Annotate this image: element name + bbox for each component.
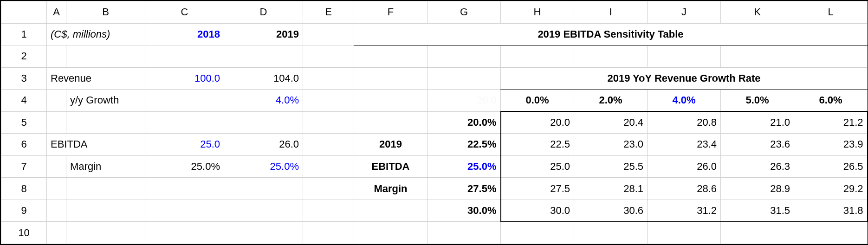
cell-d7[interactable]: 25.0% (224, 155, 303, 178)
cell-a9[interactable] (47, 200, 66, 222)
row-header-4[interactable]: 4 (1, 90, 47, 112)
cell-d3[interactable]: 104.0 (224, 67, 303, 90)
cell-c9[interactable] (145, 200, 224, 222)
col-header-f[interactable]: F (354, 1, 428, 24)
cell-h8[interactable]: 27.5 (501, 178, 574, 200)
row-header-5[interactable]: 5 (1, 111, 47, 134)
cell-g8[interactable]: 27.5% (428, 178, 501, 200)
col-header-a[interactable]: A (47, 1, 66, 24)
cell-l10[interactable] (794, 222, 868, 244)
cell-f6[interactable]: 2019 (354, 134, 428, 156)
cell-a1[interactable]: (C$, millions) (47, 23, 145, 45)
cell-g4[interactable]: 26.0 (428, 90, 501, 112)
cell-g5[interactable]: 20.0% (428, 111, 501, 134)
cell-h9[interactable]: 30.0 (501, 200, 574, 222)
row-header-1[interactable]: 1 (1, 23, 47, 45)
row-header-6[interactable]: 6 (1, 134, 47, 156)
cell-j9[interactable]: 31.2 (648, 200, 721, 222)
cell-c2[interactable] (145, 45, 224, 68)
cell-l9[interactable]: 31.8 (794, 200, 868, 222)
cell-d1[interactable]: 2019 (224, 23, 303, 45)
cell-d6[interactable]: 26.0 (224, 134, 303, 156)
col-header-e[interactable]: E (303, 1, 354, 24)
cell-e6[interactable] (303, 134, 354, 156)
cell-b10[interactable] (66, 222, 145, 244)
cell-j10[interactable] (648, 222, 721, 244)
cell-i2[interactable] (574, 45, 648, 68)
col-header-g[interactable]: G (428, 1, 501, 24)
cell-j8[interactable]: 28.6 (648, 178, 721, 200)
cell-d10[interactable] (224, 222, 303, 244)
cell-h4[interactable]: 0.0% (501, 90, 574, 112)
cell-a8[interactable] (47, 178, 66, 200)
row-header-10[interactable]: 10 (1, 222, 47, 244)
cell-f5[interactable] (354, 111, 428, 134)
cell-h5[interactable]: 20.0 (501, 111, 574, 134)
row-header-2[interactable]: 2 (1, 45, 47, 68)
cell-g10[interactable] (428, 222, 501, 244)
cell-h10[interactable] (501, 222, 574, 244)
cell-b8[interactable] (66, 178, 145, 200)
cell-d9[interactable] (224, 200, 303, 222)
sensitivity-title[interactable]: 2019 EBITDA Sensitivity Table (354, 23, 868, 45)
cell-g6[interactable]: 22.5% (428, 134, 501, 156)
cell-e5[interactable] (303, 111, 354, 134)
cell-f9[interactable] (354, 200, 428, 222)
row-header-8[interactable]: 8 (1, 178, 47, 200)
cell-i4[interactable]: 2.0% (574, 90, 648, 112)
cell-l7[interactable]: 26.5 (794, 155, 868, 178)
cell-a6[interactable]: EBITDA (47, 134, 145, 156)
cell-k6[interactable]: 23.6 (721, 134, 794, 156)
cell-c7[interactable]: 25.0% (145, 155, 224, 178)
cell-i9[interactable]: 30.6 (574, 200, 648, 222)
cell-a5[interactable] (47, 111, 66, 134)
cell-e4[interactable] (303, 90, 354, 112)
cell-k2[interactable] (721, 45, 794, 68)
row-header-7[interactable]: 7 (1, 155, 47, 178)
cell-k4[interactable]: 5.0% (721, 90, 794, 112)
col-header-i[interactable]: I (574, 1, 648, 24)
cell-a3[interactable]: Revenue (47, 67, 145, 90)
cell-d2[interactable] (224, 45, 303, 68)
col-header-l[interactable]: L (794, 1, 868, 24)
cell-k8[interactable]: 28.9 (721, 178, 794, 200)
cell-j4[interactable]: 4.0% (648, 90, 721, 112)
cell-e3[interactable] (303, 67, 354, 90)
cell-g7[interactable]: 25.0% (428, 155, 501, 178)
cell-h6[interactable]: 22.5 (501, 134, 574, 156)
cell-c10[interactable] (145, 222, 224, 244)
cell-b5[interactable] (66, 111, 145, 134)
cell-c4[interactable] (145, 90, 224, 112)
col-header-k[interactable]: K (721, 1, 794, 24)
growth-subtitle[interactable]: 2019 YoY Revenue Growth Rate (501, 67, 868, 90)
cell-i5[interactable]: 20.4 (574, 111, 648, 134)
cell-g9[interactable]: 30.0% (428, 200, 501, 222)
row-header-9[interactable]: 9 (1, 200, 47, 222)
cell-h7[interactable]: 25.0 (501, 155, 574, 178)
cell-a4[interactable] (47, 90, 66, 112)
cell-a10[interactable] (47, 222, 66, 244)
cell-l6[interactable]: 23.9 (794, 134, 868, 156)
col-header-b[interactable]: B (66, 1, 145, 24)
col-header-d[interactable]: D (224, 1, 303, 24)
col-header-h[interactable]: H (501, 1, 574, 24)
cell-g2[interactable] (428, 45, 501, 68)
cell-e1[interactable] (303, 23, 354, 45)
cell-c3[interactable]: 100.0 (145, 67, 224, 90)
cell-e7[interactable] (303, 155, 354, 178)
cell-c5[interactable] (145, 111, 224, 134)
cell-e9[interactable] (303, 200, 354, 222)
cell-g3[interactable] (428, 67, 501, 90)
cell-e10[interactable] (303, 222, 354, 244)
cell-b2[interactable] (66, 45, 145, 68)
cell-b9[interactable] (66, 200, 145, 222)
cell-c6[interactable]: 25.0 (145, 134, 224, 156)
cell-j7[interactable]: 26.0 (648, 155, 721, 178)
cell-e8[interactable] (303, 178, 354, 200)
cell-j6[interactable]: 23.4 (648, 134, 721, 156)
col-header-c[interactable]: C (145, 1, 224, 24)
cell-l2[interactable] (794, 45, 868, 68)
cell-j2[interactable] (648, 45, 721, 68)
cell-f4[interactable] (354, 90, 428, 112)
cell-a7[interactable] (47, 155, 66, 178)
